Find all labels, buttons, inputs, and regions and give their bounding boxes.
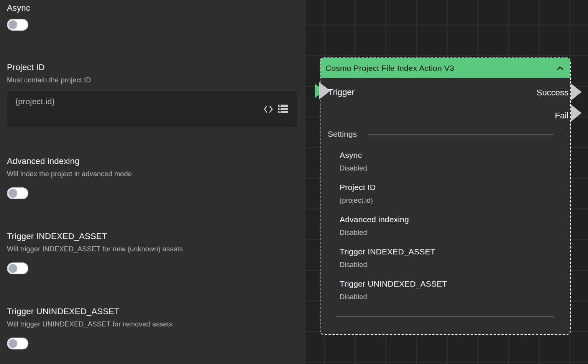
setting-value: Disabled	[340, 228, 558, 237]
toggle-knob	[8, 20, 17, 29]
node-section-title: Settings	[328, 130, 357, 139]
project-id-value[interactable]: {project.id}	[15, 97, 55, 106]
output-port-success[interactable]	[571, 84, 581, 100]
node-setting-item: Trigger UNINDEXED_ASSET Disabled	[340, 279, 558, 301]
setting-name: Advanced indexing	[340, 215, 558, 225]
settings-panel: Async Project ID Must contain the projec…	[0, 0, 305, 364]
toggle-knob	[8, 264, 17, 273]
node-setting-item: Project ID {project.id}	[340, 182, 558, 205]
workflow-canvas[interactable]: Cosmo Project File Index Action V3 Trigg…	[305, 0, 588, 364]
output-port-label-fail: Fail	[555, 111, 568, 121]
toggle-knob	[8, 339, 17, 348]
node-setting-item: Trigger INDEXED_ASSET Disabled	[340, 247, 558, 269]
node-title: Cosmo Project File Index Action V3	[325, 64, 557, 73]
async-toggle[interactable]	[7, 19, 28, 31]
trigger-unindexed-asset-field-description: Will trigger UNINDEXED_ASSET for removed…	[7, 320, 172, 328]
project-id-field-description: Must contain the project ID	[7, 76, 91, 84]
project-id-field-label: Project ID	[7, 62, 45, 72]
section-divider	[368, 134, 554, 135]
setting-value: Disabled	[340, 293, 558, 301]
node-setting-item: Async Disabled	[340, 150, 558, 172]
node-header[interactable]: Cosmo Project File Index Action V3	[320, 58, 570, 78]
input-port-label: Trigger	[328, 87, 355, 97]
node-setting-item: Advanced indexing Disabled	[340, 215, 558, 237]
advanced-indexing-toggle[interactable]	[7, 187, 28, 199]
node-settings-list: Async Disabled Project ID {project.id} A…	[340, 150, 558, 301]
trigger-indexed-asset-toggle[interactable]	[7, 262, 28, 274]
trigger-indexed-asset-field-description: Will trigger INDEXED_ASSET for new (unkn…	[7, 245, 183, 253]
setting-name: Trigger UNINDEXED_ASSET	[340, 279, 558, 289]
code-icon[interactable]	[263, 105, 273, 113]
node-card-cosmo-project-file-index-action[interactable]: Cosmo Project File Index Action V3 Trigg…	[320, 57, 571, 335]
advanced-indexing-field-label: Advanced indexing	[7, 156, 79, 166]
setting-name: Async	[340, 150, 558, 160]
setting-name: Project ID	[340, 182, 558, 192]
toggle-knob	[8, 189, 17, 198]
output-port-label-success: Success	[537, 88, 568, 98]
trigger-unindexed-asset-toggle[interactable]	[7, 338, 28, 349]
setting-value: Disabled	[340, 261, 558, 269]
setting-value: Disabled	[340, 164, 558, 172]
node-footer-divider	[336, 316, 554, 317]
output-port-fail[interactable]	[571, 105, 581, 121]
list-icon[interactable]	[278, 105, 288, 113]
advanced-indexing-field-description: Will index the project in advanced mode	[7, 170, 132, 178]
async-field-label: Async	[7, 3, 30, 13]
trigger-indexed-asset-field-label: Trigger INDEXED_ASSET	[7, 231, 107, 241]
setting-name: Trigger INDEXED_ASSET	[340, 247, 558, 257]
trigger-unindexed-asset-field-label: Trigger UNINDEXED_ASSET	[7, 307, 120, 316]
setting-value: {project.id}	[340, 196, 558, 205]
project-id-input[interactable]: {project.id}	[7, 91, 297, 127]
chevron-up-icon[interactable]	[557, 66, 564, 71]
